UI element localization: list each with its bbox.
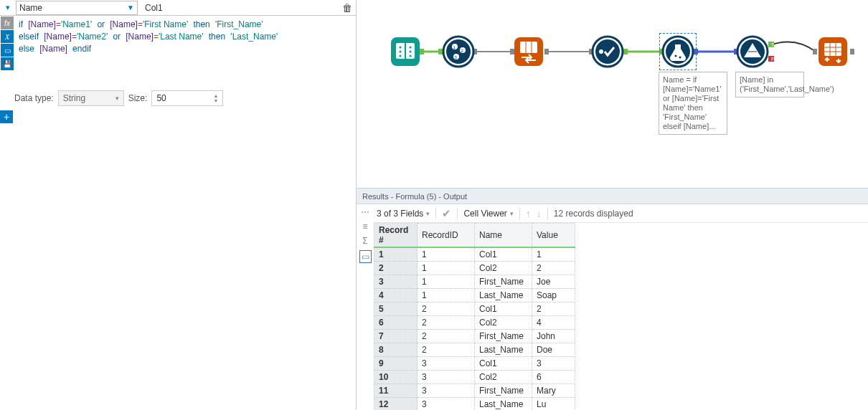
svg-rect-53 — [824, 43, 841, 56]
workflow-canvas[interactable]: T F 1 2 3 — [357, 0, 868, 188]
grid-header-row: Record # RecordID Name Value — [374, 224, 575, 248]
svg-rect-11 — [623, 49, 628, 54]
table-row[interactable]: 113First_NameMary — [374, 384, 575, 398]
table-row[interactable]: 11Col11 — [374, 247, 575, 262]
col-record-id[interactable]: RecordID — [418, 224, 475, 248]
expression-editor[interactable]: if [Name]='Name1' or [Name]='First Name'… — [14, 16, 356, 70]
cell-name: Col1 — [475, 357, 532, 371]
expression-area: fx X ▭ 💾 if [Name]='Name1' or [Name]='Fi… — [0, 16, 356, 70]
col-name[interactable]: Name — [475, 224, 532, 248]
table-row[interactable]: 82Last_NameDoe — [374, 343, 575, 357]
svg-text:F: F — [771, 57, 774, 62]
table-row[interactable]: 103Col26 — [374, 371, 575, 384]
transpose-tool[interactable] — [514, 37, 543, 66]
cell-record-num: 10 — [374, 371, 418, 384]
results-grid[interactable]: Record # RecordID Name Value 11Col1121Co… — [374, 223, 575, 410]
fields-dropdown[interactable]: 3 of 3 Fields ▾ — [377, 209, 430, 219]
svg-rect-39 — [520, 42, 537, 53]
cell-record-id: 1 — [418, 247, 475, 262]
filter-tool[interactable] — [737, 37, 768, 67]
svg-point-26 — [400, 55, 402, 57]
cell-name: First_Name — [475, 384, 532, 398]
down-arrow-icon[interactable]: ↓ — [537, 208, 542, 219]
cell-value: Joe — [532, 275, 575, 289]
svg-rect-9 — [544, 49, 549, 54]
cell-value: Soap — [532, 289, 575, 302]
cell-name: Col2 — [475, 262, 532, 275]
record-id-tool[interactable]: 1 2 3 — [443, 37, 473, 67]
table-row[interactable]: 123Last_NameLu — [374, 398, 575, 411]
select-tool[interactable] — [593, 37, 623, 67]
cell-value: 3 — [532, 357, 575, 371]
cell-name: Col1 — [475, 247, 532, 262]
cell-name: First_Name — [475, 330, 532, 343]
add-field-button[interactable]: + — [0, 110, 13, 123]
cell-record-num: 3 — [374, 275, 418, 289]
text-input-tool[interactable] — [391, 37, 420, 66]
fx-icon[interactable]: fx — [1, 16, 14, 29]
svg-text:T: T — [771, 42, 775, 47]
cell-record-id: 1 — [418, 262, 475, 275]
table-row[interactable]: 41Last_NameSoap — [374, 289, 575, 302]
metadata-view-icon[interactable]: ▭ — [359, 250, 372, 263]
cell-viewer-dropdown[interactable]: Cell Viewer ▾ — [463, 209, 513, 219]
apply-check-icon[interactable]: ✔ — [442, 207, 451, 220]
table-row[interactable]: 31First_NameJoe — [374, 275, 575, 289]
table-row[interactable]: 52Col12 — [374, 302, 575, 316]
cell-value: Mary — [532, 384, 575, 398]
delete-field-button[interactable]: 🗑 — [339, 2, 356, 14]
output-field-select[interactable]: Name ▼ — [16, 1, 138, 15]
spinner-icon[interactable]: ▲▼ — [213, 93, 218, 103]
col-value[interactable]: Value — [532, 224, 575, 248]
cell-record-id: 1 — [418, 275, 475, 289]
records-count-label: 12 records displayed — [554, 209, 633, 219]
results-panel: Results - Formula (5) - Output ⋯ ≡ Σ ▭ 3… — [357, 188, 868, 410]
cell-value: Doe — [532, 343, 575, 357]
selection-outline — [659, 33, 697, 70]
results-grid-container: Record # RecordID Name Value 11Col1121Co… — [374, 223, 868, 410]
datatype-label: Data type: — [14, 93, 54, 103]
actions-menu-icon[interactable]: ⋯ — [361, 207, 369, 217]
cell-record-num: 5 — [374, 302, 418, 316]
table-row[interactable]: 21Col22 — [374, 262, 575, 275]
collapse-chevron-icon[interactable]: ▾ — [0, 3, 16, 12]
table-row[interactable]: 72First_NameJohn — [374, 330, 575, 343]
cell-record-id: 3 — [418, 384, 475, 398]
cell-value: 6 — [532, 371, 575, 384]
list-view-icon[interactable]: ≡ — [362, 221, 367, 232]
formula-config-panel: ▾ Name ▼ Col1 🗑 fx X ▭ 💾 if [Name]='Name… — [0, 0, 357, 410]
cell-record-num: 7 — [374, 330, 418, 343]
variable-icon[interactable]: X — [1, 30, 14, 43]
svg-point-27 — [410, 47, 412, 49]
cell-record-num: 12 — [374, 398, 418, 411]
sigma-icon[interactable]: Σ — [362, 236, 367, 246]
cell-name: Last_Name — [475, 343, 532, 357]
save-icon[interactable]: 💾 — [1, 57, 14, 70]
cell-record-id: 3 — [418, 357, 475, 371]
crosstab-tool[interactable] — [819, 37, 847, 66]
cell-name: Col2 — [475, 316, 532, 330]
expression-toolbar: fx X ▭ 💾 — [0, 16, 14, 70]
cell-record-id: 2 — [418, 316, 475, 330]
chevron-down-icon: ▼ — [127, 4, 134, 11]
table-row[interactable]: 62Col24 — [374, 316, 575, 330]
cell-record-id: 3 — [418, 398, 475, 411]
size-input[interactable]: 50 ▲▼ — [151, 90, 223, 106]
cell-value: 1 — [532, 247, 575, 262]
chevron-down-icon: ▾ — [115, 95, 119, 102]
output-column-label: Col1 — [142, 3, 339, 13]
table-row[interactable]: 93Col13 — [374, 357, 575, 371]
datatype-select[interactable]: String ▾ — [58, 90, 124, 106]
svg-rect-8 — [510, 49, 514, 54]
svg-rect-5 — [420, 49, 424, 54]
field-header: ▾ Name ▼ Col1 🗑 — [0, 0, 356, 16]
cell-record-id: 1 — [418, 289, 475, 302]
col-record-num[interactable]: Record # — [374, 224, 418, 248]
up-arrow-icon[interactable]: ↑ — [526, 208, 531, 219]
svg-rect-19 — [813, 49, 817, 54]
cell-name: Col2 — [475, 371, 532, 384]
cell-record-num: 8 — [374, 343, 418, 357]
open-icon[interactable]: ▭ — [1, 44, 14, 57]
results-title: Results - Formula (5) - Output — [357, 189, 868, 204]
size-label: Size: — [128, 93, 148, 103]
